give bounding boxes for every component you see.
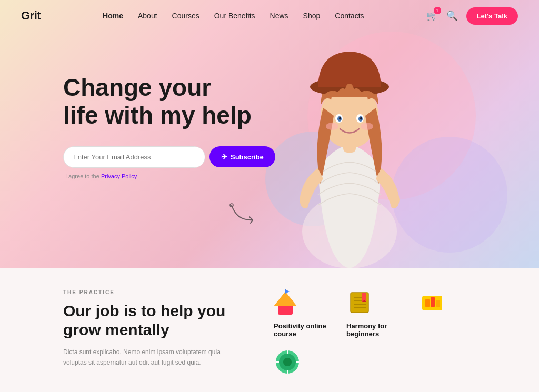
nav-item-home[interactable]: Home [103,11,123,21]
cart-icon[interactable]: 🛒 1 [426,10,438,22]
nav-link-courses[interactable]: Courses [172,12,199,20]
subscribe-button[interactable]: ✈ Subscribe [209,146,275,167]
nav-link-shop[interactable]: Shop [303,12,321,20]
nav-right: 🛒 1 🔍 Let's Talk [426,7,518,25]
svg-point-31 [283,358,292,366]
course-icon-positivity [274,289,301,317]
arrow-doodle [226,200,268,226]
nav-link-home[interactable]: Home [103,12,123,20]
nav-link-benefits[interactable]: Our Benefits [214,12,255,20]
section-title: Our job is to help you grow mentally [63,301,242,339]
lets-talk-button[interactable]: Let's Talk [466,7,518,25]
svg-rect-28 [436,300,440,307]
section-description: Dicta sunt explicabo. Nemo enim ipsam vo… [63,347,242,368]
practice-section: THE PRACTICE Our job is to help you grow… [0,268,539,392]
nav-item-about[interactable]: About [138,11,157,21]
nav-item-news[interactable]: News [270,11,288,21]
course-icon-3 [419,289,446,317]
search-icon[interactable]: 🔍 [446,10,458,22]
logo[interactable]: Grit [21,9,41,23]
nav-link-news[interactable]: News [270,12,288,20]
svg-marker-16 [285,289,290,294]
course-card-3[interactable] [419,289,476,322]
nav-link-contacts[interactable]: Contacts [335,12,364,20]
hero-section: Change your life with my help ✈ Subscrib… [0,0,539,268]
svg-point-10 [326,123,338,130]
course-card-positivity[interactable]: Positivity online course [274,289,331,338]
course-name-positivity: Positivity online course [274,322,331,338]
svg-rect-26 [425,299,430,307]
email-form: ✈ Subscribe [63,146,275,168]
nav-item-shop[interactable]: Shop [303,11,321,21]
privacy-policy-link[interactable]: Privacy Policy [101,173,137,179]
svg-marker-14 [274,292,297,306]
nav-link-about[interactable]: About [138,12,157,20]
navigation: Grit Home About Courses Our Benefits New… [0,0,539,32]
section-left: THE PRACTICE Our job is to help you grow… [63,289,242,376]
nav-item-courses[interactable]: Courses [172,11,199,21]
course-icon-4 [274,348,301,376]
nav-links: Home About Courses Our Benefits News Sho… [103,11,364,21]
nav-item-contacts[interactable]: Contacts [335,11,364,21]
nav-item-benefits[interactable]: Our Benefits [214,11,255,21]
svg-point-8 [339,117,341,120]
svg-point-9 [360,117,362,120]
course-card-4[interactable] [274,348,331,381]
hero-title: Change your life with my help [63,74,275,129]
course-icon-harmony [346,289,374,317]
subscribe-icon: ✈ [221,153,227,161]
subscribe-label: Subscribe [231,153,264,161]
section-label: THE PRACTICE [63,289,242,295]
privacy-notice: I agree to the Privacy Policy [65,173,275,179]
course-card-harmony[interactable]: Harmony for beginners [346,289,403,338]
svg-rect-27 [431,297,435,307]
cart-badge: 1 [434,7,441,14]
svg-point-11 [361,123,373,130]
email-input[interactable] [63,146,205,168]
course-name-harmony: Harmony for beginners [346,322,403,338]
hero-person-image [255,5,444,268]
hero-content: Change your life with my help ✈ Subscrib… [63,74,275,179]
courses-grid: Positivity online course [274,289,476,376]
